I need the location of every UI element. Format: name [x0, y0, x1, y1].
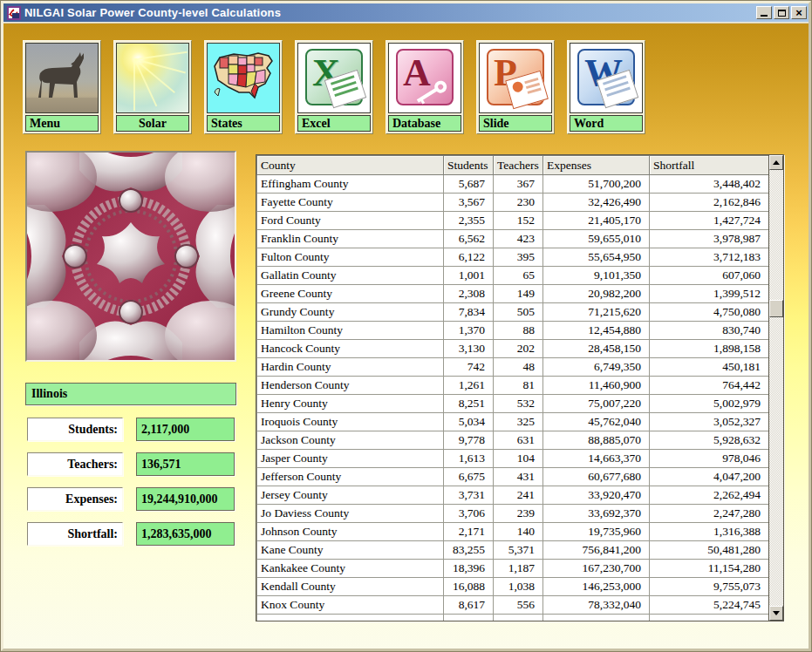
- table-row[interactable]: Henderson County1,2618111,460,900764,442: [257, 377, 769, 395]
- value-cell: 202: [494, 340, 543, 358]
- scrollbar-thumb[interactable]: [769, 300, 783, 317]
- value-cell: 367: [494, 175, 543, 194]
- state-name-field[interactable]: Illinois: [25, 383, 236, 405]
- value-cell: 140: [494, 523, 543, 541]
- app-icon[interactable]: [7, 6, 21, 20]
- value-cell: 2,162,846: [650, 194, 769, 212]
- value-cell: 5,687: [444, 175, 494, 194]
- table-row[interactable]: Henry County8,25153275,007,2205,002,979: [257, 395, 769, 413]
- value-cell: 55,654,950: [543, 248, 650, 267]
- value-cell: 830,740: [650, 322, 769, 340]
- column-header-students[interactable]: Students: [444, 156, 494, 175]
- table-row[interactable]: Johnson County2,17114019,735,9601,316,38…: [257, 523, 769, 541]
- value-cell: 33,920,470: [543, 486, 650, 505]
- value-cell: 5,002,979: [650, 395, 769, 413]
- app-window: NILGAI Solar Power County-level Calculat…: [0, 0, 812, 652]
- value-cell: 33,692,370: [543, 505, 650, 523]
- column-header-shortfall[interactable]: Shortfall: [650, 156, 769, 175]
- slide-button[interactable]: P Slide: [476, 40, 555, 134]
- table-row[interactable]: Fulton County6,12239555,654,9503,712,183: [257, 248, 769, 267]
- excel-button[interactable]: X Excel: [295, 40, 373, 134]
- column-header-teachers[interactable]: Teachers: [494, 156, 543, 175]
- table-row[interactable]: Kendall County16,0881,038146,253,0009,75…: [257, 578, 769, 596]
- value-cell: 978,046: [650, 450, 769, 468]
- value-cell: 50,481,280: [650, 541, 769, 560]
- field-value-shortfall[interactable]: 1,283,635,000: [136, 522, 235, 546]
- value-cell: 2,171: [444, 523, 494, 541]
- table-row[interactable]: Fayette County3,56723032,426,4902,162,84…: [257, 194, 769, 212]
- value-cell: 3,712,183: [650, 248, 769, 267]
- maximize-button[interactable]: [774, 6, 789, 19]
- titlebar[interactable]: NILGAI Solar Power County-level Calculat…: [3, 3, 810, 23]
- value-cell: 11,460,900: [543, 377, 650, 395]
- value-cell: 59,655,010: [543, 230, 650, 248]
- value-cell: 3,448,402: [650, 175, 769, 194]
- field-value-students[interactable]: 2,117,000: [136, 418, 235, 441]
- county-cell: Jackson County: [257, 431, 444, 450]
- table-row[interactable]: Ford County2,35515221,405,1701,427,724: [257, 212, 769, 230]
- table-row[interactable]: Kane County83,2555,371756,841,20050,481,…: [257, 541, 769, 560]
- county-cell: Grundy County: [257, 303, 444, 322]
- value-cell: 1,370: [444, 322, 494, 340]
- table-row[interactable]: Hamilton County1,3708812,454,880830,740: [257, 322, 769, 340]
- scroll-up-button[interactable]: [769, 155, 783, 170]
- menu-button-label: Menu: [25, 115, 99, 132]
- app-icon-corner: [12, 13, 20, 19]
- table-row[interactable]: Jo Daviess County3,70623933,692,3702,247…: [257, 505, 769, 523]
- table-row[interactable]: Effingham County5,68736751,700,2003,448,…: [257, 175, 769, 194]
- county-cell: Johnson County: [257, 523, 444, 541]
- value-cell: 78,332,040: [543, 596, 650, 615]
- database-button[interactable]: A Database: [386, 40, 464, 134]
- value-cell: 2,308: [444, 285, 494, 303]
- slide-button-label: Slide: [479, 115, 552, 132]
- solar-button[interactable]: Solar: [113, 40, 192, 134]
- table-row[interactable]: Jackson County9,77863188,885,0705,928,63…: [257, 431, 769, 450]
- minimize-button[interactable]: [756, 6, 772, 19]
- field-value-expenses[interactable]: 19,244,910,000: [136, 487, 235, 511]
- table-row[interactable]: Kankakee County18,3961,187167,230,70011,…: [257, 560, 769, 578]
- table-row[interactable]: Hancock County3,13020228,458,1501,898,15…: [257, 340, 769, 358]
- county-cell: Iroquois County: [257, 413, 444, 431]
- close-button[interactable]: ×: [791, 6, 807, 19]
- value-cell: 19,735,960: [543, 523, 650, 541]
- states-button[interactable]: States: [204, 40, 283, 134]
- window-title: NILGAI Solar Power County-level Calculat…: [24, 6, 281, 19]
- value-cell: 32,426,490: [543, 194, 650, 212]
- field-value-teachers[interactable]: 136,571: [136, 452, 235, 476]
- county-data-grid[interactable]: CountyStudentsTeachersExpensesShortfall …: [256, 154, 784, 621]
- value-cell: 4,750,080: [650, 303, 769, 322]
- menu-button[interactable]: Menu: [23, 40, 101, 134]
- county-cell: Kane County: [257, 541, 444, 560]
- county-cell: Effingham County: [257, 175, 444, 194]
- table-row[interactable]: Greene County2,30814920,982,2001,399,512: [257, 285, 769, 303]
- value-cell: 1,427,724: [650, 212, 769, 230]
- table-scrollbar[interactable]: [768, 155, 783, 621]
- table-row[interactable]: Jersey County3,73124133,920,4702,262,494: [257, 486, 769, 505]
- value-cell: 5,224,745: [650, 596, 769, 615]
- field-label-students: Students:: [27, 418, 123, 441]
- value-cell: 71,215,620: [543, 303, 650, 322]
- table-row[interactable]: Knox County8,61755678,332,0405,224,745: [257, 596, 769, 615]
- column-header-county[interactable]: County: [257, 156, 444, 175]
- value-cell: 431: [494, 468, 543, 486]
- table-row[interactable]: Jasper County1,61310414,663,370978,046: [257, 450, 769, 468]
- value-cell: 14,663,370: [543, 450, 650, 468]
- table-row[interactable]: Hardin County742486,749,350450,181: [257, 358, 769, 377]
- scroll-down-button[interactable]: [769, 606, 783, 621]
- table-row[interactable]: Gallatin County1,001659,101,350607,060: [257, 267, 769, 285]
- sun-icon: [116, 43, 189, 113]
- table-row[interactable]: Franklin County6,56242359,655,0103,978,9…: [257, 230, 769, 248]
- word-button[interactable]: W Word: [567, 40, 645, 134]
- table-row[interactable]: Iroquois County5,03432545,762,0403,052,3…: [257, 413, 769, 431]
- excel-button-label: Excel: [297, 115, 371, 132]
- value-cell: 16,088: [444, 578, 494, 596]
- column-header-expenses[interactable]: Expenses: [543, 156, 650, 175]
- value-cell: 7,834: [444, 303, 494, 322]
- value-cell: 149: [494, 285, 543, 303]
- nilgai-photo-icon: [25, 43, 99, 113]
- value-cell: 3,731: [444, 486, 494, 505]
- table-row[interactable]: Grundy County7,83450571,215,6204,750,080: [257, 303, 769, 322]
- county-cell: Hancock County: [257, 340, 444, 358]
- table-row[interactable]: Jefferson County6,67543160,677,6804,047,…: [257, 468, 769, 486]
- value-cell: 1,038: [494, 578, 543, 596]
